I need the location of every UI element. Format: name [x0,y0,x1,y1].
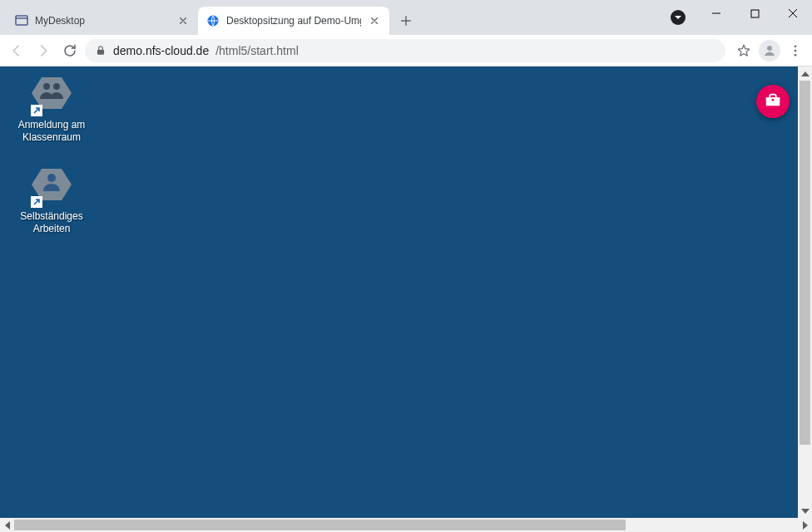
remote-desktop-viewport[interactable]: Anmeldung am Klassenraum Selbständiges A… [0,66,798,518]
svg-rect-5 [97,49,104,54]
new-tab-button[interactable] [394,9,418,32]
desktop-icons-area: Anmeldung am Klassenraum Selbständiges A… [10,73,102,259]
scroll-right-button[interactable] [798,518,812,532]
svg-point-12 [47,174,56,182]
page-viewport-container: Anmeldung am Klassenraum Selbständiges A… [0,66,812,518]
svg-point-9 [795,53,797,56]
classroom-icon [32,76,72,116]
url-host: demo.nfs-cloud.de [113,44,209,57]
app-window-icon [15,14,28,27]
toolbox-icon [764,91,782,112]
svg-rect-4 [751,10,759,17]
desktop-shortcut-selfwork[interactable]: Selbständiges Arbeiten [10,167,93,235]
svg-point-11 [53,83,60,90]
window-controls [697,0,812,27]
horizontal-scrollbar[interactable] [0,518,812,532]
profile-avatar-button[interactable] [759,40,780,62]
browser-tab-mydesktop[interactable]: MyDesktop [7,7,198,35]
minimize-button[interactable] [697,0,735,27]
svg-rect-13 [772,99,775,101]
address-bar[interactable]: demo.nfs-cloud.de/html5/start.html [85,39,725,62]
browser-toolbar: demo.nfs-cloud.de/html5/start.html [0,35,812,66]
svg-point-8 [795,49,797,52]
horizontal-scroll-track[interactable] [14,518,798,532]
svg-point-7 [795,45,797,47]
search-tabs-button[interactable] [671,10,686,25]
desktop-shortcut-label: Anmeldung am Klassenraum [10,119,93,144]
scroll-up-button[interactable] [798,66,812,81]
close-icon[interactable] [368,14,381,27]
svg-point-10 [43,83,50,90]
close-window-button[interactable] [774,0,812,27]
tab-strip: MyDesktop Desktopsitzung auf Demo-Umge [0,0,418,35]
tab-title: Desktopsitzung auf Demo-Umge [226,15,361,27]
globe-icon [206,14,220,27]
bookmark-star-button[interactable] [732,39,755,62]
browser-tab-desktopsession[interactable]: Desktopsitzung auf Demo-Umge [198,7,389,35]
forward-button[interactable] [32,39,55,62]
shortcut-arrow-icon [31,105,42,116]
single-user-icon [32,167,72,207]
reload-button[interactable] [58,39,82,62]
scroll-down-button[interactable] [798,504,812,518]
desktop-shortcut-classroom[interactable]: Anmeldung am Klassenraum [10,76,93,144]
shortcut-arrow-icon [31,196,42,208]
window-titlebar: MyDesktop Desktopsitzung auf Demo-Umge [0,0,812,35]
svg-point-6 [767,46,772,51]
toolbox-fab-button[interactable] [756,85,790,118]
url-path: /html5/start.html [215,44,299,57]
lock-icon [95,45,106,57]
desktop-shortcut-label: Selbständiges Arbeiten [10,210,93,235]
maximize-button[interactable] [735,0,774,27]
close-icon[interactable] [176,14,190,27]
kebab-menu-button[interactable] [784,39,807,62]
vertical-scrollbar[interactable] [798,66,812,518]
svg-rect-0 [16,16,27,25]
scroll-left-button[interactable] [0,518,14,532]
back-button[interactable] [5,39,28,62]
vertical-scroll-thumb[interactable] [800,81,810,445]
vertical-scroll-track[interactable] [798,81,812,504]
tab-title: MyDesktop [35,15,170,27]
horizontal-scroll-thumb[interactable] [14,520,626,530]
